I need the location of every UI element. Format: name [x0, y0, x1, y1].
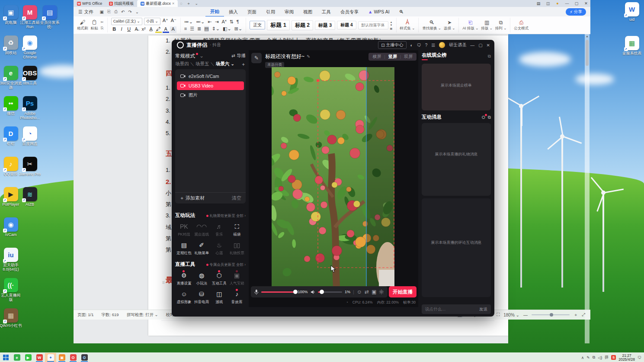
- border-button[interactable]: ⊞⌄: [234, 26, 242, 32]
- interact-item[interactable]: ▯▯ 礼物投票: [228, 241, 246, 256]
- desktop-icon[interactable]: ••↗ 微信: [1, 96, 21, 116]
- menu-wps-ai[interactable]: ▲ WPS AI: [363, 7, 394, 16]
- font-color-button[interactable]: A: [163, 26, 169, 33]
- scrollbar-thumb[interactable]: [586, 40, 589, 66]
- scene-tab-6[interactable]: 场景六 ⌄: [216, 61, 234, 67]
- maximize-button[interactable]: ▢: [572, 0, 581, 6]
- cut-icon[interactable]: ✂: [101, 20, 104, 24]
- wps-active-doc-tab[interactable]: W 最新搭建.docx ×: [137, 0, 178, 7]
- search-icon[interactable]: 🔍︎: [394, 7, 409, 16]
- output-icon[interactable]: ⎘: [106, 9, 112, 14]
- select-button[interactable]: ➤选择 ⌄: [444, 19, 455, 31]
- superscript-button[interactable]: x²: [141, 26, 147, 33]
- taskbar-app[interactable]: W: [34, 353, 45, 362]
- stream-title[interactable]: 标题还没有想好~ ✎: [265, 53, 310, 60]
- comment-input[interactable]: 说点什么… 发送: [422, 304, 491, 314]
- tool-item[interactable]: ⚙ 直播设置: [175, 271, 193, 286]
- official-doc-mode-button[interactable]: ⎙公文模式: [514, 19, 529, 31]
- taskbar-app[interactable]: ❂: [79, 353, 90, 362]
- italic-button[interactable]: I: [119, 26, 125, 33]
- camera-icon[interactable]: ▣: [372, 289, 376, 295]
- add-material-button[interactable]: ＋ 添加素材: [179, 195, 205, 201]
- copy-icon[interactable]: ⎘: [101, 26, 104, 31]
- edit-title-icon[interactable]: ✎: [251, 53, 262, 63]
- tray-ime-icon[interactable]: 拼: [605, 355, 609, 360]
- tab-dual[interactable]: 双屏: [401, 54, 416, 60]
- style-scroll-down-icon[interactable]: ▼: [390, 24, 393, 26]
- tool-item[interactable]: ♪ 音效库: [228, 290, 246, 305]
- line-spacing-button[interactable]: ⇕⌄: [212, 26, 220, 32]
- highlight-button[interactable]: 🖍︎: [155, 26, 162, 33]
- drag-handle-icon[interactable]: ⠿: [162, 282, 166, 288]
- new-tab-button[interactable]: ＋: [185, 1, 193, 6]
- tray-chevron-up-icon[interactable]: ∧: [581, 356, 584, 360]
- menu-member[interactable]: 会员专享: [336, 7, 363, 16]
- interact-item[interactable]: ✐ 礼物菜单: [193, 241, 211, 256]
- word-count[interactable]: 字数: 619: [98, 312, 123, 318]
- taskbar-app[interactable]: ▣: [56, 353, 67, 362]
- menu-page[interactable]: 页面: [243, 7, 261, 16]
- desktop-icon[interactable]: ▣↗ 此电脑: [1, 5, 21, 25]
- tools-section-more[interactable]: 专属会员更新至全部 ›: [206, 262, 246, 268]
- tray-volume-icon[interactable]: ◁): [598, 356, 602, 360]
- tab-close-icon[interactable]: ×: [172, 1, 174, 6]
- add-scene-button[interactable]: ＋: [241, 61, 246, 68]
- wps-doc-tab[interactable]: D 找靓壳模板: [106, 0, 137, 7]
- clear-sources-button[interactable]: 清空: [232, 195, 241, 201]
- taskbar-app[interactable]: O: [67, 353, 79, 362]
- camera-preview[interactable]: [272, 67, 394, 286]
- fullscreen-icon[interactable]: ⤢: [582, 312, 585, 317]
- sogou-input-icon[interactable]: S: [611, 355, 616, 360]
- desktop-icon[interactable]: M↗ 江湖工具箱Run: [20, 5, 40, 29]
- taskbar-app[interactable]: ▶: [22, 353, 34, 362]
- user-avatar-icon[interactable]: ●: [553, 0, 562, 6]
- shading-button[interactable]: ◧⌄: [223, 26, 231, 32]
- scene-tab-5[interactable]: 场景五: [195, 61, 209, 67]
- spellcheck-status[interactable]: 拼写检查: 打开 ⌄: [123, 312, 162, 318]
- redo-icon[interactable]: ↷: [126, 10, 133, 14]
- char-shading-button[interactable]: A̲: [148, 26, 154, 33]
- share-button[interactable]: ⚡︎分享: [566, 8, 586, 16]
- char-border-button[interactable]: A: [170, 26, 176, 33]
- help-icon[interactable]: ?: [425, 43, 428, 48]
- zoom-level[interactable]: 180% ⌄: [503, 313, 519, 317]
- tool-item[interactable]: ▣ 人气宝箱: [228, 271, 246, 286]
- anchor-center-button[interactable]: ⊡ 主播中心: [378, 41, 406, 49]
- desktop-icon[interactable]: e↗ 360安全浏览器: [1, 66, 21, 90]
- interact-item[interactable]: PK PK对战: [175, 222, 193, 237]
- director-mode-button[interactable]: ⇄ 导播: [231, 53, 246, 59]
- ai-typeset-button[interactable]: ⎗AI 排版 ⌄: [462, 19, 478, 31]
- minimize-button[interactable]: —: [563, 0, 571, 6]
- tool-item[interactable]: ⛁ 抖音电商: [193, 290, 211, 305]
- font-size-select[interactable]: 小四 ⌄: [144, 18, 160, 25]
- zoom-out-button[interactable]: —: [523, 313, 528, 317]
- desktop-icon[interactable]: ▦↗ 金服系统表: [622, 36, 642, 55]
- bold-button[interactable]: B: [111, 26, 118, 33]
- mode-select[interactable]: 常规模式 ⌄: [175, 53, 204, 59]
- viewers-rank-tab[interactable]: 在线观众榜: [422, 52, 447, 60]
- speaker-slider-knob[interactable]: [320, 290, 324, 294]
- settings-gear-icon[interactable]: [379, 289, 384, 294]
- fit-page-icon[interactable]: ⛶: [497, 312, 500, 317]
- style-heading4[interactable]: 标题 4: [337, 21, 356, 29]
- close-button[interactable]: ✕: [582, 0, 590, 6]
- justify-button[interactable]: ▤: [204, 26, 208, 32]
- start-button[interactable]: [0, 353, 11, 362]
- taskbar-clock[interactable]: 21:27 2025/4/28: [618, 354, 635, 362]
- wps-home-tab[interactable]: W WPS Office: [74, 0, 106, 7]
- sort-button[interactable]: ⇅: [230, 19, 234, 25]
- undo-icon[interactable]: ↶: [119, 10, 126, 14]
- desktop-icon[interactable]: iu↗ 宏天助手8.0(64位): [1, 248, 21, 272]
- maximize-button[interactable]: ▢: [478, 43, 482, 48]
- theme-icon[interactable]: ◐: [410, 43, 413, 48]
- underline-button[interactable]: U: [126, 26, 132, 33]
- desktop-icon[interactable]: ((·↗ 艺人直播间版: [1, 278, 21, 302]
- tab-landscape[interactable]: 横屏: [369, 54, 384, 60]
- desktop-icon[interactable]: ▦↗ QINYI小红书: [1, 308, 21, 328]
- microphone-icon[interactable]: [254, 289, 259, 295]
- skin-icon[interactable]: ◫: [544, 0, 552, 6]
- source-row[interactable]: 图片: [177, 91, 244, 100]
- zoom-slider[interactable]: [532, 314, 570, 315]
- send-button[interactable]: 发送: [479, 307, 487, 312]
- style-heading2[interactable]: 标题 2: [292, 20, 313, 30]
